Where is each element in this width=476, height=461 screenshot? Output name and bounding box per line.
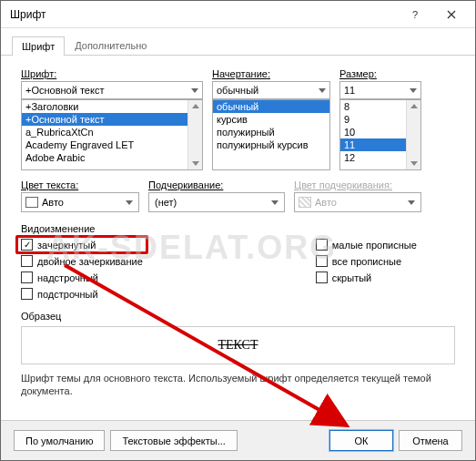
style-combo[interactable]: обычный: [212, 81, 330, 99]
checkbox-icon: [316, 239, 328, 251]
help-button[interactable]: ?: [397, 2, 433, 27]
checkbox-icon: [21, 255, 33, 267]
checkbox-icon: [316, 271, 328, 283]
list-item[interactable]: a_RubricaXtCn: [22, 126, 202, 138]
size-label: Размер:: [339, 68, 421, 79]
check-strike[interactable]: ✓ зачеркнутый: [21, 239, 96, 251]
sample-label: Образец: [21, 311, 455, 322]
check-allcaps[interactable]: все прописные: [316, 255, 417, 267]
font-dialog: AK-SDELAT.ORG Шрифт ? Шрифт Дополнительн…: [0, 0, 476, 461]
text-effects-button[interactable]: Текстовые эффекты...: [110, 430, 238, 451]
font-label: Шрифт:: [21, 68, 203, 79]
list-item[interactable]: обычный: [213, 100, 329, 113]
list-item[interactable]: курсив: [213, 113, 329, 126]
scrollbar[interactable]: [406, 100, 420, 169]
preview-box: ТЕКСТ: [21, 326, 455, 364]
list-item[interactable]: +Основной текст: [22, 113, 202, 126]
close-button[interactable]: [433, 2, 470, 27]
check-smallcaps[interactable]: малые прописные: [316, 239, 417, 251]
titlebar: Шрифт ?: [1, 1, 475, 28]
font-combo[interactable]: +Основной текст: [21, 81, 203, 99]
color-dropdown[interactable]: Авто: [21, 192, 139, 212]
color-swatch-icon: [299, 197, 311, 208]
checkbox-icon: [21, 288, 33, 300]
ulcolor-dropdown: Авто: [294, 192, 421, 212]
list-item[interactable]: полужирный: [213, 126, 329, 138]
list-item[interactable]: Adobe Arabic: [22, 151, 202, 164]
underline-dropdown[interactable]: (нет): [148, 192, 285, 212]
description: Шрифт темы для основного текста. Использ…: [21, 372, 455, 398]
list-item[interactable]: Academy Engraved LET: [22, 138, 202, 151]
checkbox-icon: ✓: [21, 239, 33, 251]
list-item[interactable]: полужирный курсив: [213, 138, 329, 151]
style-listbox[interactable]: обычный курсив полужирный полужирный кур…: [212, 99, 330, 170]
style-label: Начертание:: [212, 68, 330, 79]
color-label: Цвет текста:: [21, 179, 139, 190]
ulcolor-label: Цвет подчеркивания:: [294, 179, 421, 190]
check-subscript[interactable]: подстрочный: [21, 288, 143, 300]
tab-strip: Шрифт Дополнительно: [1, 28, 475, 56]
preview-text: ТЕКСТ: [218, 338, 258, 353]
font-listbox[interactable]: +Заголовки +Основной текст a_RubricaXtCn…: [21, 99, 203, 170]
effects-label: Видоизменение: [21, 223, 455, 234]
size-listbox[interactable]: 8 9 10 11 12: [339, 99, 421, 170]
tab-advanced[interactable]: Дополнительно: [65, 36, 157, 55]
check-hidden[interactable]: скрытый: [316, 271, 417, 283]
highlight-annotation: ✓ зачеркнутый: [15, 235, 148, 254]
check-superscript[interactable]: надстрочный: [21, 271, 143, 283]
size-combo[interactable]: 11: [339, 81, 421, 99]
check-dstrike[interactable]: двойное зачеркивание: [21, 255, 143, 267]
cancel-button[interactable]: Отмена: [399, 430, 462, 451]
tab-font[interactable]: Шрифт: [12, 36, 65, 56]
ok-button[interactable]: ОК: [329, 430, 393, 451]
window-title: Шрифт: [10, 8, 397, 21]
footer: По умолчанию Текстовые эффекты... ОК Отм…: [1, 420, 475, 460]
list-item[interactable]: +Заголовки: [22, 100, 202, 113]
checkbox-icon: [316, 255, 328, 267]
color-swatch-icon: [25, 197, 38, 208]
close-icon: [447, 10, 456, 19]
default-button[interactable]: По умолчанию: [14, 430, 105, 451]
underline-label: Подчеркивание:: [148, 179, 285, 190]
scrollbar[interactable]: [187, 100, 202, 169]
checkbox-icon: [21, 271, 33, 283]
